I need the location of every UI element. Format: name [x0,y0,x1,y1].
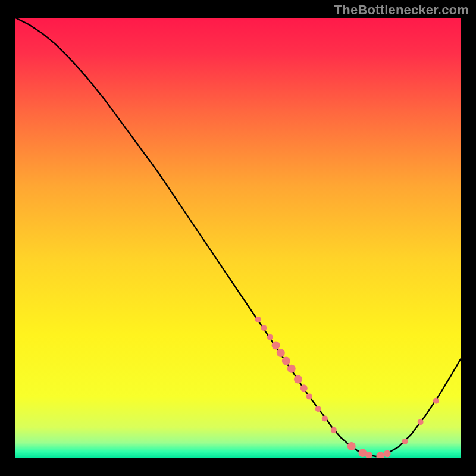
data-marker [433,398,439,404]
data-marker [331,427,337,433]
chart-svg [15,18,461,458]
data-marker [261,325,267,331]
data-marker [277,349,285,357]
data-marker [294,375,302,384]
data-marker [384,450,391,458]
gradient-background [15,18,461,458]
data-marker [267,334,273,340]
data-marker [306,393,312,399]
data-marker [315,406,321,412]
chart-area [15,18,461,458]
data-marker [322,415,328,421]
data-marker [347,442,356,450]
data-marker [402,439,408,444]
data-marker [272,342,280,350]
data-marker [287,365,296,373]
watermark-text: TheBottlenecker.com [334,2,469,18]
data-marker [418,419,424,425]
data-marker [255,317,261,322]
data-marker [300,384,308,392]
data-marker [282,356,290,365]
